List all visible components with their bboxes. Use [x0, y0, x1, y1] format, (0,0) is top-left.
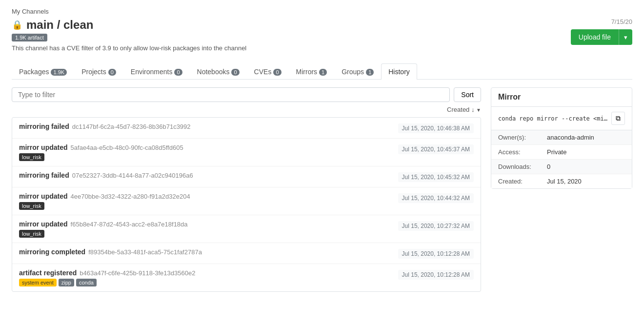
tag-low_risk: low_risk [19, 230, 44, 238]
detail-value: Private [547, 148, 566, 156]
detail-label: Downloads: [498, 163, 547, 170]
filter-row: Sort [12, 87, 481, 102]
tab-badge-packages: 1.9K [51, 69, 67, 76]
tab-notebooks[interactable]: Notebooks0 [190, 63, 247, 80]
artifact-count-badge: 1.9K artifact [12, 34, 47, 41]
channel-date: 7/15/20 [611, 18, 632, 25]
event-id: f89354be-5a33-481f-aca5-75c1faf2787a [88, 248, 202, 256]
mirror-detail-row: Owner(s):anaconda-admin [491, 130, 632, 145]
tab-packages[interactable]: Packages1.9K [12, 63, 74, 80]
tag-system-event: system event [19, 279, 57, 286]
event-id: f65b8e47-87d2-4543-acc2-e8a7e18f18da [71, 221, 188, 228]
tab-groups[interactable]: Groups1 [334, 63, 381, 80]
event-id: 5afae4aa-e5cb-48c0-90fc-ca08d5ffd605 [71, 144, 183, 151]
tag-low_risk: low_risk [19, 153, 44, 161]
event-id: 4ee70bbe-3d32-4322-a280-f91a2d32e204 [71, 193, 190, 200]
channel-description: This channel has a CVE filter of 3.9 to … [12, 44, 246, 52]
detail-value: 0 [547, 163, 550, 170]
history-item: mirroring completedf89354be-5a33-481f-ac… [12, 243, 481, 264]
mirror-detail-row: Downloads:0 [491, 160, 632, 174]
event-timestamp: Jul 15, 2020, 10:27:32 AM [398, 221, 474, 231]
header-right: 7/15/20 Upload file ▾ [571, 18, 632, 45]
history-item: artifact registeredb463a47f-c6fe-425b-91… [12, 264, 481, 291]
tab-cves[interactable]: CVEs0 [247, 63, 289, 80]
event-id: b463a47f-c6fe-425b-9118-3fe13d3560e2 [80, 269, 195, 277]
channel-name: main / clean [26, 18, 93, 32]
tab-badge-projects: 0 [108, 69, 116, 76]
copy-command-button[interactable]: ⧉ [611, 112, 625, 125]
mirror-detail-row: Created:Jul 15, 2020 [491, 174, 632, 188]
sort-direction-label: Created ↓ ▼ [12, 106, 481, 113]
event-name: mirroring failed [19, 171, 69, 179]
channel-title: 🔒 main / clean [12, 18, 246, 32]
tab-badge-environments: 0 [174, 69, 182, 76]
detail-value: anaconda-admin [547, 134, 594, 141]
tab-projects[interactable]: Projects0 [74, 63, 123, 80]
upload-file-button[interactable]: Upload file [571, 29, 619, 45]
event-timestamp: Jul 15, 2020, 10:46:38 AM [398, 123, 474, 133]
event-timestamp: Jul 15, 2020, 10:45:32 AM [398, 172, 474, 182]
detail-label: Access: [498, 148, 547, 156]
detail-value: Jul 15, 2020 [547, 178, 582, 185]
upload-dropdown-arrow[interactable]: ▾ [619, 29, 632, 45]
history-item: mirror updated5afae4aa-e5cb-48c0-90fc-ca… [12, 139, 481, 166]
mirror-command: conda repo mirror --create <mirror_n [498, 115, 607, 122]
history-item: mirroring failed07e52327-3ddb-4144-8a77-… [12, 166, 481, 187]
filter-input[interactable] [12, 87, 450, 102]
event-name: mirroring completed [19, 248, 85, 256]
tab-badge-notebooks: 0 [231, 69, 239, 76]
history-item: mirroring faileddc1147bf-6c2a-45d7-8236-… [12, 118, 481, 139]
breadcrumb: My Channels [12, 8, 632, 15]
channel-header: 🔒 main / clean 1.9K artifact This channe… [12, 18, 632, 60]
mirror-panel-title: Mirror [491, 88, 632, 107]
tab-bar: Packages1.9KProjects0Environments0Notebo… [12, 63, 632, 80]
history-item: mirror updated4ee70bbe-3d32-4322-a280-f9… [12, 187, 481, 215]
left-panel: Sort Created ↓ ▼ mirroring faileddc1147b… [12, 87, 481, 292]
detail-label: Owner(s): [498, 134, 547, 141]
event-name: mirror updated [19, 220, 68, 228]
tab-history[interactable]: History [381, 63, 417, 80]
history-list: mirroring faileddc1147bf-6c2a-45d7-8236-… [12, 117, 481, 292]
sort-button[interactable]: Sort [454, 87, 481, 102]
event-name: artifact registered [19, 269, 77, 277]
tab-badge-mirrors: 1 [319, 69, 327, 76]
mirror-command-row: conda repo mirror --create <mirror_n ⧉ [491, 107, 632, 130]
mirror-info-panel: Mirror conda repo mirror --create <mirro… [491, 87, 632, 189]
tab-badge-cves: 0 [273, 69, 281, 76]
tag-conda: conda [76, 279, 97, 286]
history-item: mirror updatedf65b8e47-87d2-4543-acc2-e8… [12, 215, 481, 243]
event-timestamp: Jul 15, 2020, 10:44:32 AM [398, 193, 474, 203]
detail-label: Created: [498, 178, 547, 185]
event-name: mirroring failed [19, 123, 69, 130]
tag-low_risk: low_risk [19, 202, 44, 210]
lock-icon: 🔒 [12, 20, 22, 30]
tab-mirrors[interactable]: Mirrors1 [289, 63, 335, 80]
event-id: 07e52327-3ddb-4144-8a77-a02c940196a6 [72, 172, 193, 179]
tab-badge-groups: 1 [366, 69, 374, 76]
event-timestamp: Jul 15, 2020, 10:12:28 AM [398, 270, 474, 280]
event-name: mirror updated [19, 192, 68, 200]
upload-btn-group: Upload file ▾ [571, 29, 632, 45]
main-content: Sort Created ↓ ▼ mirroring faileddc1147b… [12, 87, 632, 292]
tag-zipp: zipp [59, 279, 74, 286]
event-id: dc1147bf-6c2a-45d7-8236-8b36b71c3992 [72, 123, 191, 130]
event-timestamp: Jul 15, 2020, 10:45:37 AM [398, 144, 474, 154]
event-timestamp: Jul 15, 2020, 10:12:28 AM [398, 249, 474, 259]
mirror-detail-row: Access:Private [491, 145, 632, 160]
mirror-panel: Mirror conda repo mirror --create <mirro… [491, 87, 632, 292]
tab-environments[interactable]: Environments0 [123, 63, 190, 80]
event-name: mirror updated [19, 143, 68, 151]
